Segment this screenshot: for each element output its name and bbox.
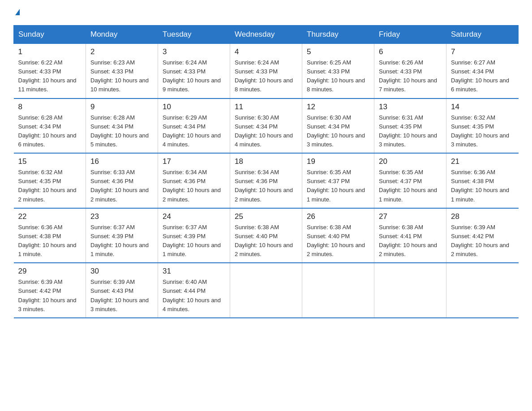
calendar-cell: 4Sunrise: 6:24 AM Sunset: 4:33 PM Daylig… xyxy=(230,44,302,98)
day-number: 16 xyxy=(90,157,153,166)
day-info: Sunrise: 6:30 AM Sunset: 4:34 PM Dayligh… xyxy=(307,113,369,150)
day-info: Sunrise: 6:32 AM Sunset: 4:35 PM Dayligh… xyxy=(451,113,514,150)
day-info: Sunrise: 6:25 AM Sunset: 4:33 PM Dayligh… xyxy=(307,58,369,94)
day-info: Sunrise: 6:27 AM Sunset: 4:34 PM Dayligh… xyxy=(451,58,514,94)
calendar-cell: 21Sunrise: 6:36 AM Sunset: 4:38 PM Dayli… xyxy=(446,153,519,208)
day-number: 29 xyxy=(18,267,82,276)
calendar-cell: 7Sunrise: 6:27 AM Sunset: 4:34 PM Daylig… xyxy=(446,44,519,98)
day-number: 25 xyxy=(235,212,297,221)
day-number: 7 xyxy=(451,47,514,56)
calendar-cell: 31Sunrise: 6:40 AM Sunset: 4:44 PM Dayli… xyxy=(158,263,230,318)
day-number: 1 xyxy=(18,47,82,56)
day-number: 19 xyxy=(307,157,369,166)
day-info: Sunrise: 6:39 AM Sunset: 4:42 PM Dayligh… xyxy=(18,278,82,314)
calendar-cell: 19Sunrise: 6:35 AM Sunset: 4:37 PM Dayli… xyxy=(302,153,374,208)
day-number: 10 xyxy=(163,103,225,111)
day-number: 30 xyxy=(90,267,153,276)
day-info: Sunrise: 6:22 AM Sunset: 4:33 PM Dayligh… xyxy=(18,58,82,94)
day-info: Sunrise: 6:28 AM Sunset: 4:34 PM Dayligh… xyxy=(90,113,153,150)
day-number: 4 xyxy=(235,47,297,56)
day-info: Sunrise: 6:24 AM Sunset: 4:33 PM Dayligh… xyxy=(235,58,297,94)
day-info: Sunrise: 6:28 AM Sunset: 4:34 PM Dayligh… xyxy=(18,113,82,150)
day-info: Sunrise: 6:37 AM Sunset: 4:39 PM Dayligh… xyxy=(163,223,225,259)
day-number: 28 xyxy=(451,212,514,221)
day-number: 22 xyxy=(18,212,82,221)
day-info: Sunrise: 6:38 AM Sunset: 4:40 PM Dayligh… xyxy=(235,223,297,259)
logo-triangle-icon xyxy=(15,9,20,15)
day-number: 15 xyxy=(18,157,82,166)
day-info: Sunrise: 6:30 AM Sunset: 4:34 PM Dayligh… xyxy=(235,113,297,150)
calendar-cell xyxy=(302,263,374,318)
calendar-cell xyxy=(230,263,302,318)
week-row-2: 8Sunrise: 6:28 AM Sunset: 4:34 PM Daylig… xyxy=(14,98,519,154)
page-header xyxy=(13,9,519,16)
week-row-3: 15Sunrise: 6:32 AM Sunset: 4:35 PM Dayli… xyxy=(14,153,519,208)
col-header-sunday: Sunday xyxy=(14,26,86,44)
day-info: Sunrise: 6:34 AM Sunset: 4:36 PM Dayligh… xyxy=(235,168,297,204)
calendar-cell: 26Sunrise: 6:38 AM Sunset: 4:40 PM Dayli… xyxy=(302,208,374,263)
day-info: Sunrise: 6:36 AM Sunset: 4:38 PM Dayligh… xyxy=(18,223,82,259)
calendar-cell: 8Sunrise: 6:28 AM Sunset: 4:34 PM Daylig… xyxy=(14,98,86,154)
day-info: Sunrise: 6:24 AM Sunset: 4:33 PM Dayligh… xyxy=(163,58,225,94)
day-number: 17 xyxy=(163,157,225,166)
calendar-cell: 15Sunrise: 6:32 AM Sunset: 4:35 PM Dayli… xyxy=(14,153,86,208)
day-info: Sunrise: 6:33 AM Sunset: 4:36 PM Dayligh… xyxy=(90,168,153,204)
day-number: 31 xyxy=(163,267,225,276)
day-number: 14 xyxy=(451,103,514,111)
logo xyxy=(13,9,20,16)
day-number: 2 xyxy=(90,47,153,56)
calendar-cell: 16Sunrise: 6:33 AM Sunset: 4:36 PM Dayli… xyxy=(86,153,158,208)
col-header-monday: Monday xyxy=(86,26,158,44)
day-number: 11 xyxy=(235,103,297,111)
day-number: 9 xyxy=(90,103,153,111)
calendar-cell: 2Sunrise: 6:23 AM Sunset: 4:33 PM Daylig… xyxy=(86,44,158,98)
calendar-cell: 1Sunrise: 6:22 AM Sunset: 4:33 PM Daylig… xyxy=(14,44,86,98)
calendar-cell: 30Sunrise: 6:39 AM Sunset: 4:43 PM Dayli… xyxy=(86,263,158,318)
week-row-5: 29Sunrise: 6:39 AM Sunset: 4:42 PM Dayli… xyxy=(14,263,519,318)
calendar-cell: 14Sunrise: 6:32 AM Sunset: 4:35 PM Dayli… xyxy=(446,98,519,154)
calendar-cell: 6Sunrise: 6:26 AM Sunset: 4:33 PM Daylig… xyxy=(374,44,446,98)
col-header-wednesday: Wednesday xyxy=(230,26,302,44)
calendar-cell: 25Sunrise: 6:38 AM Sunset: 4:40 PM Dayli… xyxy=(230,208,302,263)
day-number: 8 xyxy=(18,103,82,111)
calendar-cell: 22Sunrise: 6:36 AM Sunset: 4:38 PM Dayli… xyxy=(14,208,86,263)
day-number: 27 xyxy=(379,212,442,221)
day-number: 6 xyxy=(379,47,442,56)
day-number: 3 xyxy=(163,47,225,56)
calendar-cell: 10Sunrise: 6:29 AM Sunset: 4:34 PM Dayli… xyxy=(158,98,230,154)
day-info: Sunrise: 6:37 AM Sunset: 4:39 PM Dayligh… xyxy=(90,223,153,259)
calendar-cell: 12Sunrise: 6:30 AM Sunset: 4:34 PM Dayli… xyxy=(302,98,374,154)
week-row-4: 22Sunrise: 6:36 AM Sunset: 4:38 PM Dayli… xyxy=(14,208,519,263)
day-number: 24 xyxy=(163,212,225,221)
day-number: 23 xyxy=(90,212,153,221)
day-info: Sunrise: 6:35 AM Sunset: 4:37 PM Dayligh… xyxy=(307,168,369,204)
calendar-cell: 24Sunrise: 6:37 AM Sunset: 4:39 PM Dayli… xyxy=(158,208,230,263)
day-info: Sunrise: 6:31 AM Sunset: 4:35 PM Dayligh… xyxy=(379,113,442,150)
day-info: Sunrise: 6:39 AM Sunset: 4:43 PM Dayligh… xyxy=(90,278,153,314)
calendar-cell xyxy=(374,263,446,318)
day-info: Sunrise: 6:32 AM Sunset: 4:35 PM Dayligh… xyxy=(18,168,82,204)
day-info: Sunrise: 6:26 AM Sunset: 4:33 PM Dayligh… xyxy=(379,58,442,94)
day-number: 12 xyxy=(307,103,369,111)
calendar-cell: 27Sunrise: 6:38 AM Sunset: 4:41 PM Dayli… xyxy=(374,208,446,263)
day-info: Sunrise: 6:35 AM Sunset: 4:37 PM Dayligh… xyxy=(379,168,442,204)
calendar-cell: 17Sunrise: 6:34 AM Sunset: 4:36 PM Dayli… xyxy=(158,153,230,208)
day-info: Sunrise: 6:40 AM Sunset: 4:44 PM Dayligh… xyxy=(163,278,225,314)
calendar-table: SundayMondayTuesdayWednesdayThursdayFrid… xyxy=(13,25,519,318)
calendar-cell: 23Sunrise: 6:37 AM Sunset: 4:39 PM Dayli… xyxy=(86,208,158,263)
day-number: 20 xyxy=(379,157,442,166)
day-info: Sunrise: 6:29 AM Sunset: 4:34 PM Dayligh… xyxy=(163,113,225,150)
day-number: 13 xyxy=(379,103,442,111)
col-header-friday: Friday xyxy=(374,26,446,44)
col-header-tuesday: Tuesday xyxy=(158,26,230,44)
calendar-cell: 11Sunrise: 6:30 AM Sunset: 4:34 PM Dayli… xyxy=(230,98,302,154)
calendar-cell: 3Sunrise: 6:24 AM Sunset: 4:33 PM Daylig… xyxy=(158,44,230,98)
calendar-cell: 18Sunrise: 6:34 AM Sunset: 4:36 PM Dayli… xyxy=(230,153,302,208)
calendar-cell: 28Sunrise: 6:39 AM Sunset: 4:42 PM Dayli… xyxy=(446,208,519,263)
day-info: Sunrise: 6:34 AM Sunset: 4:36 PM Dayligh… xyxy=(163,168,225,204)
calendar-cell: 20Sunrise: 6:35 AM Sunset: 4:37 PM Dayli… xyxy=(374,153,446,208)
calendar-cell: 9Sunrise: 6:28 AM Sunset: 4:34 PM Daylig… xyxy=(86,98,158,154)
calendar-cell xyxy=(446,263,519,318)
day-info: Sunrise: 6:23 AM Sunset: 4:33 PM Dayligh… xyxy=(90,58,153,94)
day-number: 18 xyxy=(235,157,297,166)
